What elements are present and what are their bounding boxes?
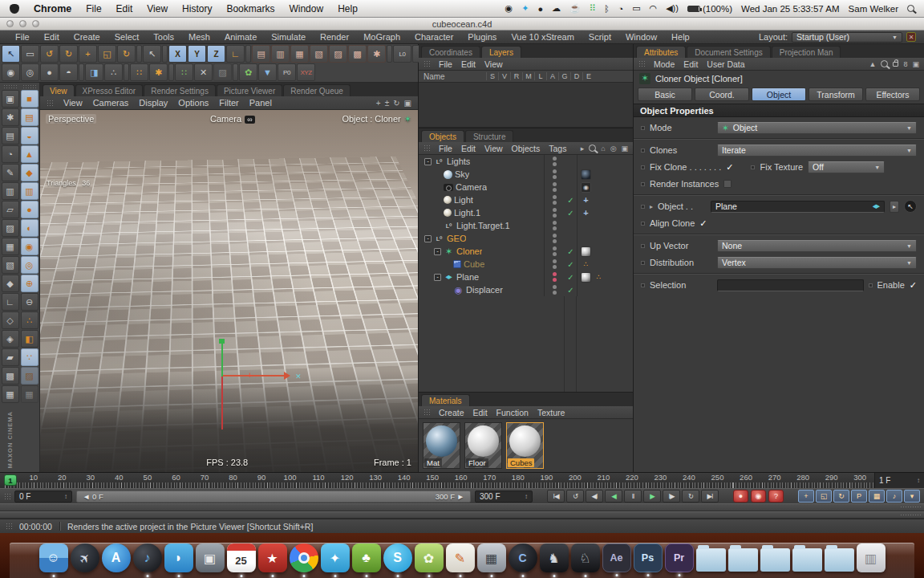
add-planet-icon[interactable]: ⊕ xyxy=(21,275,38,292)
metaball-icon[interactable]: ∴ xyxy=(21,311,38,329)
snap-dynamic-toggle[interactable]: ▨ xyxy=(213,63,232,81)
array-tool[interactable]: ∷ xyxy=(130,63,148,81)
camera-overlay[interactable]: Camera∞ xyxy=(210,114,255,124)
lock-icon[interactable] xyxy=(893,62,898,67)
layers-list[interactable] xyxy=(419,83,633,128)
add-landscape-icon[interactable]: ◒ xyxy=(21,127,38,144)
tree-row[interactable]: - Lº GEO ✓ xyxy=(419,232,633,245)
menubar-clock[interactable]: Wed Jan 25 5:33:57 AM xyxy=(741,4,840,14)
object-tree-empty-area[interactable] xyxy=(419,296,633,392)
launchpad[interactable]: ✈ xyxy=(71,543,99,572)
viewport-tab[interactable]: View xyxy=(43,84,75,96)
subdivide-tool[interactable]: ◉ xyxy=(2,63,20,81)
tree-row[interactable]: Light.1 ✓ xyxy=(419,206,633,219)
layers-menu-item[interactable]: View xyxy=(484,59,503,69)
attributes-menu-item[interactable]: Mode xyxy=(654,59,675,69)
panel-icon[interactable]: ▣ xyxy=(912,60,919,68)
zoom-view-icon[interactable]: ± xyxy=(385,99,390,108)
goto-end-button[interactable]: ▶I xyxy=(701,490,719,503)
add-array-icon[interactable]: ▤ xyxy=(21,108,38,126)
menu-grip[interactable] xyxy=(47,100,53,107)
pan-view-icon[interactable]: + xyxy=(376,99,381,108)
key-dot[interactable] xyxy=(869,283,873,287)
materials-menu-item[interactable]: Function xyxy=(496,408,529,417)
trash[interactable]: ▥ xyxy=(857,543,886,572)
c4d-menu-item[interactable]: Window xyxy=(618,32,664,42)
visibility-dots[interactable] xyxy=(544,155,565,168)
align-clone-checkbox[interactable]: ✓ xyxy=(699,218,707,229)
previous-key-button[interactable]: ↺ xyxy=(566,490,584,503)
battery-indicator[interactable]: (100%) xyxy=(687,4,732,14)
twitter-icon[interactable]: ✦ xyxy=(521,3,529,14)
texture-tag[interactable] xyxy=(581,169,591,180)
column-letter[interactable]: V xyxy=(498,72,510,80)
cinema-4d[interactable]: C xyxy=(509,543,537,572)
key-dot[interactable] xyxy=(641,126,645,130)
disabled-tool-2-icon[interactable]: ▦ xyxy=(21,385,38,403)
rotation-key-toggle[interactable]: ↻ xyxy=(833,490,849,503)
column-letter[interactable]: S xyxy=(486,72,498,80)
folder-1[interactable] xyxy=(696,548,726,572)
key-dot[interactable] xyxy=(641,244,645,248)
panel-tab[interactable]: Structure xyxy=(465,130,514,142)
phong-tag[interactable] xyxy=(594,272,604,283)
enabled-check-icon[interactable]: ✓ xyxy=(565,271,577,283)
sep[interactable] xyxy=(233,63,238,81)
history-icon[interactable]: 8 xyxy=(903,60,907,68)
visibility-dots[interactable] xyxy=(544,283,565,296)
visibility-dots[interactable] xyxy=(544,219,565,232)
visibility-dots[interactable] xyxy=(544,258,565,271)
render-view-icon[interactable]: ▣ xyxy=(2,90,19,108)
filter-arrow-icon[interactable]: ▲ xyxy=(869,60,877,68)
pen-app[interactable]: ✎ xyxy=(446,543,475,572)
green-mascot-app[interactable]: ♣ xyxy=(352,543,381,572)
viewport-tab[interactable]: Render Settings xyxy=(144,84,216,96)
enabled-check-icon[interactable]: ✓ xyxy=(565,245,577,258)
c4d-menu-item[interactable]: Render xyxy=(313,32,356,42)
objects-menu-item[interactable]: Edit xyxy=(461,144,476,153)
viewport-menu-item[interactable]: Cameras xyxy=(93,98,129,108)
object-label[interactable]: Light.1 xyxy=(454,208,480,218)
last-tool-button[interactable]: ↖ xyxy=(143,45,161,63)
mode-dropdown[interactable]: ✶ Object ▼ xyxy=(717,122,917,134)
extrude-tool[interactable]: ◨ xyxy=(85,63,103,81)
layout-dropdown[interactable]: Startup (User) ▼ xyxy=(792,32,902,43)
time-machine-icon[interactable]: ◔ xyxy=(618,4,623,14)
column-letter[interactable]: L xyxy=(534,72,546,80)
folder-5[interactable] xyxy=(825,548,854,572)
xyz-reset-button[interactable]: XYZ xyxy=(297,63,315,81)
render-region-button[interactable]: ▥ xyxy=(271,45,290,63)
layers-menu-item[interactable]: Edit xyxy=(461,59,476,69)
blue-media-app[interactable]: ◗ xyxy=(164,543,193,572)
render-all-button[interactable]: ▦ xyxy=(290,45,309,63)
notifications-icon[interactable]: ● xyxy=(537,4,543,14)
add-pyramid-icon[interactable]: ▲ xyxy=(21,145,38,163)
tree-row[interactable]: - ✶ Cloner ✓ xyxy=(419,245,633,258)
sep[interactable] xyxy=(245,45,251,63)
menubar-item[interactable]: History xyxy=(182,3,212,14)
visibility-dots[interactable] xyxy=(544,181,565,193)
link-menu-button[interactable]: ▸ xyxy=(890,201,899,213)
coord-system-toggle[interactable]: ∟ xyxy=(226,45,245,63)
position-key-toggle[interactable]: + xyxy=(798,490,814,503)
folder-2[interactable] xyxy=(728,548,758,572)
layers-menu-item[interactable]: File xyxy=(439,59,452,69)
sep[interactable] xyxy=(124,63,129,81)
red-star-app[interactable]: ★ xyxy=(258,543,287,572)
folder-3[interactable] xyxy=(760,548,790,572)
material-swatch[interactable]: Mat xyxy=(423,422,460,469)
attribute-tab-button[interactable]: Object xyxy=(752,88,806,101)
cluster-icon[interactable]: ∵ xyxy=(21,348,38,366)
dark-art-app[interactable]: ♞ xyxy=(540,543,569,572)
stepper-icon[interactable]: ↕ xyxy=(525,493,528,500)
material-swatch[interactable]: Cubes xyxy=(506,422,544,469)
boolean-icon[interactable]: ◧ xyxy=(21,330,38,348)
home-icon[interactable]: ⌂ xyxy=(601,144,605,153)
render-view-button[interactable]: ▤ xyxy=(252,45,270,63)
c4d-menu-item[interactable]: Mesh xyxy=(181,32,217,42)
scale-tool[interactable]: ◱ xyxy=(98,45,116,63)
distribution-dropdown[interactable]: Vertex ▼ xyxy=(717,257,917,269)
object-label[interactable]: Lights xyxy=(447,157,470,166)
finder[interactable]: ☺ xyxy=(39,543,68,572)
viewport-tab[interactable]: XPresso Editor xyxy=(75,84,144,96)
